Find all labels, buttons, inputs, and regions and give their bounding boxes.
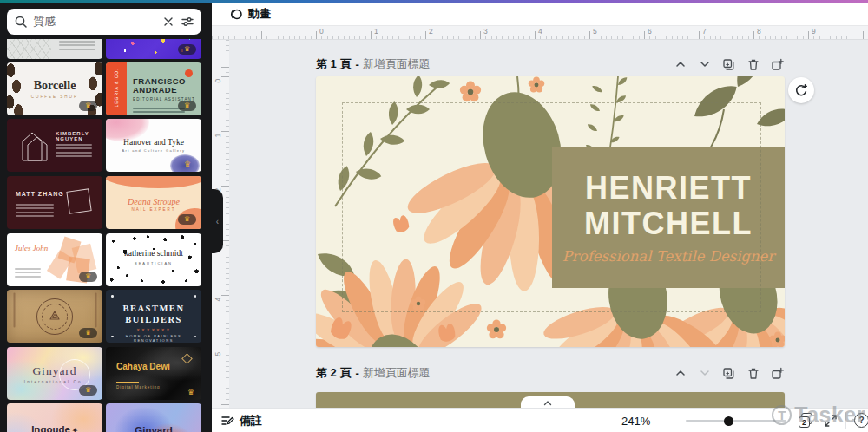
trash-icon: [747, 58, 760, 71]
window-accent-gradient: [0, 0, 868, 3]
contact-text-lines: [133, 105, 185, 115]
page-1-title-placeholder[interactable]: 新增頁面標題: [363, 56, 431, 72]
add-page-button[interactable]: [770, 57, 785, 72]
template-kraft-recycle[interactable]: [7, 290, 102, 343]
template-deana-stroupe[interactable]: Deana Stroupe NAIL EXPERT: [106, 176, 201, 229]
notes-button[interactable]: 備註: [220, 412, 262, 429]
zoom-level[interactable]: 241%: [621, 415, 650, 428]
sidebar-collapse-handle[interactable]: ‹: [212, 189, 223, 253]
designer-first-name: HENRIETT: [585, 171, 752, 206]
pro-crown-badge: [178, 214, 196, 225]
status-bar: 備註 241% 2 ?: [212, 408, 868, 432]
recycle-icon: [47, 309, 62, 324]
search-header: [0, 3, 212, 39]
expand-arrows-icon: [823, 413, 838, 429]
move-page-down-button[interactable]: [697, 57, 712, 72]
template-francisco-andrade[interactable]: LEGRIA & CO. FRANCISCO ANDRADE EDITORIAL…: [106, 62, 201, 115]
template-subtitle: Digital Marketing: [116, 385, 161, 389]
template-beastmen-builders[interactable]: BEASTMEN BUILDERS ✕✕✕✕✕✕✕ HOME OF PAINLE…: [106, 290, 201, 343]
template-ingoude[interactable]: Ingoude: [7, 403, 102, 432]
divider: [845, 412, 846, 429]
template-subtitle: HOME OF PAINLESS RENOVATIONS: [106, 334, 201, 343]
template-search-box[interactable]: [7, 9, 201, 35]
pro-crown-badge: [79, 385, 97, 396]
name-text-block[interactable]: HENRIETT MITCHELL Professional Textile D…: [552, 147, 785, 288]
design-workspace: 0 1 2 3 4 5 6 7 8 9 0 1 2 3 4 5 第 1 頁 - …: [212, 26, 868, 432]
search-icon: [14, 15, 28, 29]
animate-button[interactable]: 動畫: [220, 3, 278, 24]
designer-last-name: MITCHELL: [584, 206, 753, 242]
pro-crown-badge: [178, 101, 196, 111]
brand-text: LEGRIA & CO.: [114, 65, 119, 110]
pro-crown-badge: [79, 328, 97, 338]
duplicate-page-button[interactable]: [721, 366, 736, 381]
template-title: Deana Stroupe: [106, 197, 201, 206]
template-subtitle: Art and Culture Gallery: [106, 148, 201, 153]
chevron-up-icon: [674, 58, 687, 70]
template-subtitle: BEAUTICIAN: [106, 261, 201, 265]
search-input[interactable]: [33, 16, 156, 29]
template-borcelle[interactable]: Borcelle COFFEE SHOP: [7, 62, 102, 115]
template-cahaya-dewi[interactable]: Cahaya Dewi Digital Marketing: [106, 347, 201, 400]
horizontal-ruler: 0 1 2 3 4 5 6 7 8 9: [212, 26, 868, 40]
fullscreen-button[interactable]: [823, 413, 838, 429]
template-title: Cahaya Dewi: [116, 362, 170, 372]
template-title: Ingoude: [7, 424, 102, 432]
move-page-down-button[interactable]: [697, 366, 712, 381]
chevron-left-icon: ‹: [216, 217, 219, 226]
duplicate-icon: [722, 367, 735, 380]
page-1-label: 第 1 頁: [316, 56, 351, 72]
refresh-plus-icon: [794, 83, 808, 97]
grid-view-button[interactable]: 2: [799, 413, 814, 429]
context-toolbar: 動畫: [212, 3, 868, 26]
duplicate-page-button[interactable]: [721, 57, 736, 72]
rotated-square-logo: [66, 188, 91, 213]
pro-crown-badge: [187, 388, 194, 396]
clear-search-icon[interactable]: [161, 15, 175, 29]
template-matt-zhang[interactable]: MATT ZHANG: [7, 176, 102, 229]
pro-crown-badge: [184, 160, 191, 168]
template-jules-john[interactable]: Jules John: [7, 233, 102, 286]
template-ginyard-gradient[interactable]: Ginyard: [106, 403, 201, 432]
page-count: 2: [802, 418, 806, 427]
filter-icon[interactable]: [181, 15, 194, 29]
page-1-canvas[interactable]: HENRIETT MITCHELL Professional Textile D…: [316, 76, 785, 347]
template-ginyard-holographic[interactable]: Ginyard International Co.: [7, 347, 102, 400]
contact-text-lines: [56, 141, 92, 160]
orange-wave-top: [106, 176, 201, 188]
template-title: FRANCISCO ANDRADE: [133, 77, 195, 95]
contact-text-lines: [15, 265, 41, 279]
delete-page-button[interactable]: [746, 366, 760, 381]
shuffle-style-button[interactable]: [788, 77, 814, 103]
zoom-slider-knob[interactable]: [724, 416, 733, 426]
add-page-button[interactable]: [770, 366, 785, 381]
animate-label: 動畫: [248, 6, 271, 22]
page-2-title-placeholder[interactable]: 新增頁面標題: [363, 365, 431, 381]
notes-pen-icon: [220, 414, 234, 428]
duplicate-icon: [722, 58, 735, 71]
diamond-logo: [181, 353, 193, 364]
recycle-stamp: [36, 298, 73, 335]
chevron-up-icon: [543, 400, 552, 406]
zoom-slider[interactable]: [686, 420, 786, 422]
pro-crown-badge: [178, 44, 196, 55]
pro-crown-badge: [79, 272, 97, 282]
template-sidebar: Borcelle COFFEE SHOP LEGRIA & CO. FRANCI…: [0, 3, 212, 432]
template-title: BEASTMEN BUILDERS: [106, 303, 201, 325]
template-kimberly-nguyen[interactable]: KIMBERLY NGUYEN: [7, 119, 102, 172]
move-page-up-button[interactable]: [673, 57, 687, 72]
animate-icon: [227, 7, 243, 22]
page-1-header: 第 1 頁 - 新增頁面標題: [316, 56, 785, 73]
help-button[interactable]: ?: [854, 413, 868, 428]
move-page-up-button[interactable]: [673, 366, 687, 381]
trash-icon: [747, 367, 760, 380]
chevron-up-icon: [674, 367, 687, 379]
chevron-down-icon: [699, 58, 711, 70]
house-logo: [16, 128, 50, 164]
template-title: Jules John: [15, 244, 48, 252]
collapse-bottom-panel-button[interactable]: [521, 396, 575, 409]
template-katherine-schmidt[interactable]: katherine schmidt BEAUTICIAN: [106, 233, 201, 286]
template-title: Ginyard: [106, 425, 201, 432]
template-hanover-and-tyke[interactable]: Hanover and Tyke Art and Culture Gallery: [106, 119, 201, 172]
delete-page-button[interactable]: [746, 57, 760, 72]
